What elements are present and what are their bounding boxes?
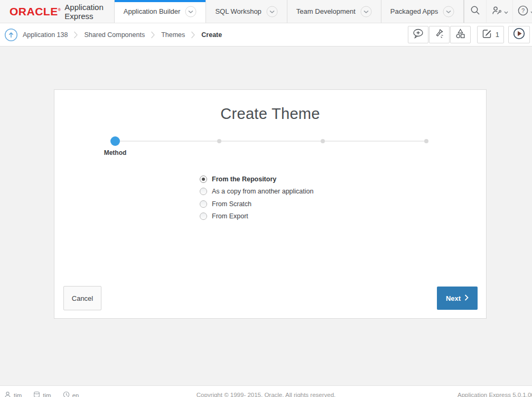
footer-workspace[interactable]: tim	[33, 391, 51, 397]
administration-menu-button[interactable]	[487, 0, 513, 23]
breadcrumb-create: Create	[201, 31, 222, 39]
edit-page-icon	[482, 29, 492, 41]
radio-option-from-export[interactable]: From Export	[200, 210, 313, 223]
chevron-right-icon	[73, 31, 78, 39]
tab-packaged-apps[interactable]: Packaged Apps	[381, 0, 464, 23]
theme-roller-flashlight-icon	[434, 28, 445, 41]
chevron-down-circle-icon[interactable]	[185, 6, 197, 17]
svg-text:?: ?	[521, 7, 525, 14]
breadcrumb-shared-components[interactable]: Shared Components	[84, 31, 145, 39]
topbar-utility-icons: ?	[464, 0, 532, 23]
version-text: Application Express 5.0.1.00.06	[458, 392, 532, 397]
chevron-down-circle-icon[interactable]	[443, 6, 454, 17]
breadcrumb: Application 138 Shared Components Themes…	[23, 31, 222, 39]
up-one-level-icon[interactable]	[4, 28, 18, 42]
breadcrumb-bar: Application 138 Shared Components Themes…	[0, 23, 532, 47]
chevron-down-circle-icon[interactable]	[266, 6, 278, 17]
radio-option-from-repository[interactable]: From the Repository	[200, 173, 313, 186]
database-icon	[33, 391, 40, 397]
chevron-right-icon	[464, 294, 469, 302]
breadcrumb-themes[interactable]: Themes	[161, 31, 185, 39]
help-menu-button[interactable]: ?	[513, 0, 532, 23]
top-navigation-bar: ORACLE® Application Express Application …	[0, 0, 532, 23]
theme-roller-button[interactable]	[429, 26, 450, 43]
edit-page-number: 1	[496, 31, 499, 39]
page-footer: tim tim en Copyright © 1999- 2015, Oracl…	[0, 385, 532, 397]
step-dot-current	[110, 136, 120, 146]
breadcrumb-application[interactable]: Application 138	[23, 31, 68, 39]
create-theme-wizard-card: Create Theme Method From the Repository …	[54, 89, 487, 319]
cancel-button[interactable]: Cancel	[63, 286, 101, 310]
tab-application-builder[interactable]: Application Builder	[114, 0, 206, 23]
radio-option-copy-from-application[interactable]: As a copy from another application	[200, 186, 313, 198]
chevron-right-icon	[151, 31, 155, 39]
run-application-button[interactable]	[508, 26, 530, 43]
oracle-logo: ORACLE®	[10, 5, 61, 18]
run-application-play-icon	[513, 27, 525, 42]
administration-icon	[491, 6, 502, 17]
footer-session-info: tim tim en	[4, 391, 79, 397]
step-dot-pending	[424, 139, 428, 143]
main-tabs: Application Builder SQL Workshop Team De…	[114, 0, 464, 23]
copyright-text: Copyright © 1999- 2015, Oracle. All righ…	[197, 392, 336, 397]
radio-button[interactable]	[200, 200, 207, 208]
next-button[interactable]: Next	[437, 287, 478, 310]
clock-icon	[63, 391, 70, 397]
radio-button[interactable]	[200, 213, 207, 220]
oracle-apex-logo: ORACLE® Application Express	[0, 0, 114, 23]
progress-line	[115, 141, 426, 142]
step-dot-pending	[321, 139, 325, 143]
step-label-method: Method	[83, 149, 147, 156]
shared-components-shapes-icon	[455, 28, 466, 41]
chevron-right-icon	[191, 31, 195, 39]
user-icon	[4, 391, 11, 397]
step-dot-pending	[217, 139, 221, 143]
shared-components-button[interactable]	[450, 26, 471, 43]
edit-page-button[interactable]: 1	[477, 26, 504, 43]
page-toolbar: 1	[407, 26, 530, 43]
help-icon: ?	[518, 5, 528, 18]
search-icon	[470, 5, 480, 17]
footer-user[interactable]: tim	[4, 391, 22, 397]
create-theme-method-radiogroup: From the Repository As a copy from anoth…	[200, 173, 313, 223]
product-name: Application Express	[64, 3, 103, 21]
page-title: Create Theme	[54, 105, 486, 123]
feedback-button[interactable]	[408, 26, 428, 43]
feedback-comment-icon	[413, 29, 424, 41]
chevron-down-circle-icon[interactable]	[360, 6, 372, 17]
chevron-down-icon	[504, 7, 508, 16]
radio-button-selected[interactable]	[200, 176, 207, 183]
radio-option-from-scratch[interactable]: From Scratch	[200, 198, 313, 210]
radio-button[interactable]	[200, 188, 207, 195]
tab-sql-workshop[interactable]: SQL Workshop	[206, 0, 286, 23]
footer-language[interactable]: en	[63, 391, 79, 397]
search-button[interactable]	[464, 0, 487, 23]
tab-team-development[interactable]: Team Development	[287, 0, 381, 23]
